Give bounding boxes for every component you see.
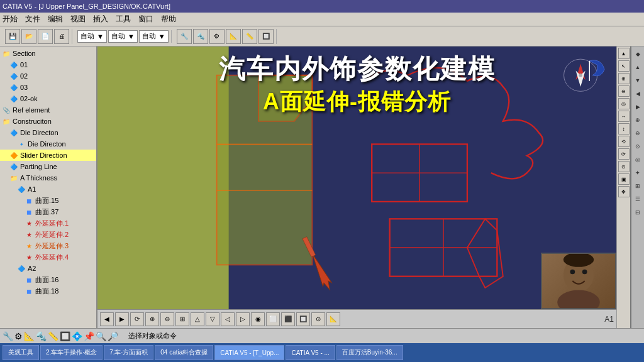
vp-btn-iso[interactable]: ◉ (251, 312, 265, 326)
toolbar-btn-m3[interactable]: ⚙ (209, 29, 225, 44)
vp-btn-play-back[interactable]: ◀ (100, 312, 114, 326)
far-right-btn-4[interactable]: ◀ (631, 87, 644, 100)
far-right-btn-11[interactable]: ⊞ (631, 180, 644, 192)
tree-item-a2[interactable]: 🔷 A2 (0, 263, 96, 274)
right-btn-1[interactable]: ▲ (618, 48, 630, 59)
toolbar-dropdown-3[interactable]: 自动▼ (139, 30, 169, 43)
vp-btn-bottom[interactable]: ▽ (206, 312, 219, 326)
far-right-btn-3[interactable]: ▼ (631, 74, 644, 87)
vp-btn-render[interactable]: ⬜ (266, 312, 280, 326)
vp-btn-reset[interactable]: ⟳ (130, 312, 144, 326)
viewport[interactable]: A1 y x 汽车内外饰参数化建模 A面延伸-报错分析 (97, 47, 616, 328)
far-right-btn-8[interactable]: ⊙ (631, 140, 644, 153)
vp-btn-fit[interactable]: ⊞ (175, 312, 189, 326)
toolbar-btn-open[interactable]: 📂 (21, 29, 36, 44)
tree-item-face16[interactable]: ◼ 曲面.16 (0, 274, 96, 285)
menu-item-start[interactable]: 开始 (3, 14, 18, 25)
tree-item-03[interactable]: 🔷 03 (0, 82, 96, 93)
tree-item-01[interactable]: 🔷 01 (0, 59, 96, 70)
tree-item-ext3[interactable]: ★ 外延延伸.3 (0, 240, 96, 251)
tree-item-a-thickness[interactable]: 📁 A Thickness (0, 172, 96, 184)
vp-btn-play-fwd[interactable]: ▶ (115, 312, 129, 326)
right-btn-6[interactable]: ↔ (618, 111, 630, 122)
taskbar-btn-catia-v5[interactable]: CATIA V5 - ... (286, 345, 335, 360)
vp-btn-dim[interactable]: 📐 (326, 312, 340, 326)
toolbar-btn-print[interactable]: 🖨 (54, 29, 69, 44)
taskbar-btn-catia-query[interactable]: 04 catia科合查握 (155, 345, 213, 360)
far-right-btn-9[interactable]: ◎ (631, 153, 644, 166)
far-right-btn-5[interactable]: ▶ (631, 101, 644, 113)
vp-btn-wire[interactable]: ⬛ (281, 312, 295, 326)
menu-item-edit[interactable]: 编辑 (48, 14, 63, 25)
tree-item-ext4[interactable]: ★ 外延延伸.4 (0, 251, 96, 263)
toolbar-dropdown-1[interactable]: 自动▼ (77, 30, 107, 43)
taskbar-btn-baidu[interactable]: 百度万活Buyin-36... (336, 345, 403, 360)
tree-item-die-dir[interactable]: 🔷 Die Directon (0, 127, 96, 138)
vp-btn-right[interactable]: ▷ (236, 312, 250, 326)
tree-item-face18[interactable]: ◼ 曲面.18 (0, 285, 96, 297)
right-btn-3[interactable]: ⊕ (618, 73, 630, 84)
menu-item-help[interactable]: 帮助 (161, 14, 176, 25)
far-right-btn-1[interactable]: ◆ (631, 48, 644, 60)
taskbar-btn-car-surface[interactable]: 7.车·方面面积 (104, 345, 153, 360)
right-btn-11[interactable]: ▣ (618, 173, 630, 185)
status-icon-4[interactable]: 🔩 (36, 331, 47, 341)
menu-item-file[interactable]: 文件 (25, 14, 40, 25)
status-icon-3[interactable]: 📐 (24, 331, 35, 341)
tree-item-ref[interactable]: 📎 Ref element (0, 104, 96, 116)
far-right-btn-2[interactable]: ▲ (631, 61, 644, 74)
toolbar-btn-m5[interactable]: 📏 (242, 29, 257, 44)
right-btn-10[interactable]: ⊙ (618, 161, 630, 172)
far-right-btn-13[interactable]: ⊟ (631, 206, 644, 219)
tree-item-parting[interactable]: 🔷 Parting Line (0, 161, 96, 172)
right-btn-2[interactable]: ↖ (618, 60, 630, 72)
tree-item-ext2[interactable]: ★ 外延延伸.2 (0, 229, 96, 240)
tree-item-die-dir2[interactable]: 🔹 Die Directon (0, 138, 96, 150)
vp-btn-top[interactable]: △ (191, 312, 204, 326)
status-icon-6[interactable]: 🔲 (60, 331, 70, 341)
taskbar-btn-beautify[interactable]: 美观工具 (3, 345, 39, 360)
status-icon-2[interactable]: ⚙ (14, 331, 23, 341)
tree-item-face15[interactable]: ◼ 曲面.15 (0, 195, 96, 206)
right-btn-8[interactable]: ⟲ (618, 136, 630, 147)
status-icon-8[interactable]: 📌 (84, 331, 94, 341)
tree-item-ext1[interactable]: ★ 外延延伸.1 (0, 217, 96, 229)
vp-btn-zoom-out[interactable]: ⊖ (160, 312, 174, 326)
status-icon-1[interactable]: 🔧 (3, 331, 13, 341)
tree-item-face37[interactable]: ◼ 曲面.37 (0, 206, 96, 217)
menu-item-tools[interactable]: 工具 (116, 14, 131, 25)
far-right-btn-7[interactable]: ⊖ (631, 127, 644, 140)
toolbar-btn-m4[interactable]: 📐 (226, 29, 241, 44)
far-right-btn-6[interactable]: ⊕ (631, 114, 644, 126)
status-icon-9[interactable]: 🔍 (96, 331, 106, 341)
tree-item-a1[interactable]: 🔷 A1 (0, 184, 96, 195)
toolbar-btn-new[interactable]: 📄 (38, 29, 53, 44)
right-btn-5[interactable]: ◎ (618, 98, 630, 109)
right-btn-12[interactable]: ✥ (618, 186, 630, 197)
toolbar-btn-m2[interactable]: 🔩 (193, 29, 208, 44)
far-right-btn-12[interactable]: ☰ (631, 193, 644, 206)
toolbar-btn-save[interactable]: 💾 (5, 29, 20, 44)
toolbar-dropdown-2[interactable]: 自动▼ (108, 30, 138, 43)
taskbar-btn-catia-upper[interactable]: CATIA V5 - [T_Upp... (214, 345, 284, 360)
tree-item-02ok[interactable]: 🔷 02-ok (0, 93, 96, 104)
tree-item-section[interactable]: 📁 Section (0, 48, 96, 59)
status-icon-10[interactable]: 🔎 (108, 331, 118, 341)
status-icon-7[interactable]: 💠 (72, 331, 82, 341)
status-icon-5[interactable]: 📏 (48, 331, 58, 341)
right-btn-9[interactable]: ⟳ (618, 148, 630, 160)
menu-item-view[interactable]: 视图 (70, 14, 86, 25)
tree-item-construction[interactable]: 📁 Construciton (0, 116, 96, 127)
right-btn-7[interactable]: ↕ (618, 123, 630, 134)
far-right-btn-10[interactable]: ✦ (631, 167, 644, 179)
vp-btn-zoom-in[interactable]: ⊕ (145, 312, 159, 326)
vp-btn-shade[interactable]: 🔲 (296, 312, 310, 326)
tree-item-02[interactable]: 🔷 02 (0, 70, 96, 82)
toolbar-btn-m1[interactable]: 🔧 (177, 29, 192, 44)
toolbar-btn-m6[interactable]: 🔲 (258, 29, 274, 44)
vp-btn-left[interactable]: ◁ (221, 312, 235, 326)
taskbar-btn-car-ops[interactable]: 2.车车手操作·概念 (40, 345, 103, 360)
vp-btn-points[interactable]: ⊙ (311, 312, 325, 326)
tree-item-slider[interactable]: 🔶 Slider Direction (0, 150, 96, 161)
menu-item-window[interactable]: 窗口 (138, 14, 153, 25)
